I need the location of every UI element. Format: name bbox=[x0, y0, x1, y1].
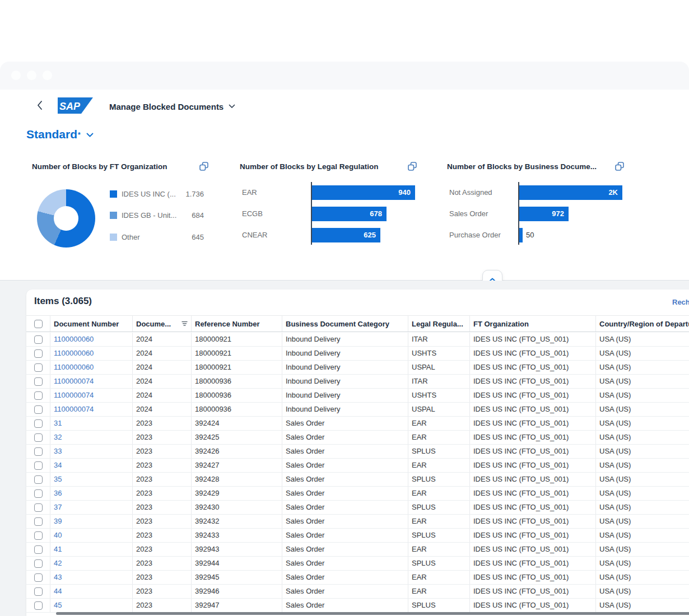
table-cell: SPLUS bbox=[408, 557, 470, 570]
row-checkbox[interactable] bbox=[34, 573, 43, 582]
document-number-link[interactable]: 43 bbox=[50, 571, 133, 584]
legend-item[interactable]: IDES US INC (...1.736 bbox=[110, 188, 204, 199]
row-checkbox[interactable] bbox=[34, 503, 43, 512]
column-header-country-region-of-departure[interactable]: Country/Region of Departure bbox=[596, 316, 689, 332]
variant-selector[interactable]: Standard* bbox=[26, 127, 94, 142]
table-row[interactable]: 11000000602024180000921Inbound DeliveryI… bbox=[26, 333, 689, 347]
column-header-legal-regula[interactable]: Legal Regula... bbox=[408, 316, 470, 332]
row-checkbox[interactable] bbox=[34, 489, 43, 498]
document-number-link[interactable]: 39 bbox=[50, 515, 133, 528]
column-header-ft-organization[interactable]: FT Organization bbox=[470, 316, 596, 332]
row-select-cell bbox=[26, 515, 50, 528]
document-number-link[interactable]: 1100000060 bbox=[50, 361, 133, 374]
table-cell: 2023 bbox=[133, 473, 192, 486]
table-row[interactable]: 362023392429Sales OrderEARIDES US INC (F… bbox=[26, 487, 689, 501]
table-row[interactable]: 372023392430Sales OrderSPLUSIDES US INC … bbox=[26, 501, 689, 515]
row-checkbox[interactable] bbox=[34, 433, 43, 442]
table-row[interactable]: 322023392425Sales OrderEARIDES US INC (F… bbox=[26, 431, 689, 445]
table-cell: Sales Order bbox=[282, 557, 408, 570]
duplicate-icon[interactable] bbox=[614, 161, 625, 171]
document-number-link[interactable]: 45 bbox=[50, 599, 133, 612]
app-title-menu[interactable]: Manage Blocked Documents bbox=[109, 100, 235, 113]
row-checkbox[interactable] bbox=[34, 377, 43, 386]
document-number-link[interactable]: 1100000074 bbox=[50, 403, 133, 416]
table-row[interactable]: 352023392428Sales OrderSPLUSIDES US INC … bbox=[26, 473, 689, 487]
recheck-button[interactable]: Recheck bbox=[672, 298, 689, 306]
chevron-down-icon bbox=[86, 133, 94, 138]
bar[interactable]: 2K bbox=[519, 185, 622, 200]
donut-chart[interactable] bbox=[37, 189, 95, 248]
table-cell: 2023 bbox=[133, 599, 192, 612]
column-header-label: Reference Number bbox=[195, 316, 278, 332]
document-number-link[interactable]: 1100000074 bbox=[50, 375, 133, 388]
document-number-link[interactable]: 37 bbox=[50, 501, 133, 514]
row-checkbox[interactable] bbox=[34, 601, 43, 610]
table-cell: Sales Order bbox=[282, 445, 408, 458]
table-row[interactable]: 412023392943Sales OrderEARIDES US INC (F… bbox=[26, 543, 689, 557]
row-checkbox[interactable] bbox=[34, 475, 43, 484]
row-checkbox[interactable] bbox=[34, 461, 43, 470]
row-checkbox[interactable] bbox=[34, 559, 43, 568]
table-row[interactable]: 452023392947Sales OrderSPLUSIDES US INC … bbox=[26, 599, 689, 613]
back-button[interactable] bbox=[34, 99, 47, 112]
window-control-dot bbox=[11, 71, 21, 80]
select-all-checkbox[interactable] bbox=[34, 320, 43, 328]
row-checkbox[interactable] bbox=[34, 405, 43, 414]
table-row[interactable]: 11000000602024180000921Inbound DeliveryU… bbox=[26, 347, 689, 361]
horizontal-scrollbar-thumb[interactable] bbox=[56, 612, 689, 615]
document-number-link[interactable]: 32 bbox=[50, 431, 133, 444]
legend-item[interactable]: IDES GB - Unit...684 bbox=[110, 209, 204, 221]
column-header-label: Legal Regula... bbox=[412, 316, 466, 332]
table-cell: IDES US INC (FTO_US_001) bbox=[470, 347, 596, 360]
row-select-cell bbox=[26, 389, 50, 402]
legend-item[interactable]: Other645 bbox=[110, 231, 204, 242]
duplicate-icon[interactable] bbox=[199, 161, 209, 171]
table-row[interactable]: 11000000742024180000936Inbound DeliveryU… bbox=[26, 403, 689, 417]
card-blocks-by-ft-organization: Number of Blocks by FT Organization IDES… bbox=[32, 162, 209, 255]
table-row[interactable]: 332023392426Sales OrderSPLUSIDES US INC … bbox=[26, 445, 689, 459]
bar[interactable]: 678 bbox=[312, 207, 387, 221]
row-checkbox[interactable] bbox=[34, 391, 43, 400]
document-number-link[interactable]: 42 bbox=[50, 557, 133, 570]
table-row[interactable]: 11000000742024180000936Inbound DeliveryI… bbox=[26, 375, 689, 389]
row-checkbox[interactable] bbox=[34, 587, 43, 596]
document-number-link[interactable]: 31 bbox=[50, 417, 133, 430]
column-header-docume[interactable]: Docume... bbox=[133, 316, 192, 332]
row-checkbox[interactable] bbox=[34, 349, 43, 358]
table-row[interactable]: 422023392944Sales OrderSPLUSIDES US INC … bbox=[26, 557, 689, 571]
row-checkbox[interactable] bbox=[34, 531, 43, 540]
document-number-link[interactable]: 35 bbox=[50, 473, 133, 486]
bar[interactable]: 625 bbox=[312, 228, 380, 242]
table-row[interactable]: 402023392433Sales OrderSPLUSIDES US INC … bbox=[26, 529, 689, 543]
document-number-link[interactable]: 1100000060 bbox=[50, 347, 133, 360]
document-number-link[interactable]: 36 bbox=[50, 487, 133, 500]
table-row[interactable]: 312023392424Sales OrderEARIDES US INC (F… bbox=[26, 417, 689, 431]
bar[interactable]: 940 bbox=[312, 185, 415, 200]
row-checkbox[interactable] bbox=[34, 335, 43, 344]
row-checkbox[interactable] bbox=[34, 545, 43, 554]
column-header-document-number[interactable]: Document Number bbox=[50, 316, 133, 332]
table-row[interactable]: 432023392945Sales OrderEARIDES US INC (F… bbox=[26, 571, 689, 585]
document-number-link[interactable]: 34 bbox=[50, 459, 133, 472]
document-number-link[interactable]: 1100000074 bbox=[50, 389, 133, 402]
document-number-link[interactable]: 41 bbox=[50, 543, 133, 556]
table-row[interactable]: 442023392946Sales OrderEARIDES US INC (F… bbox=[26, 585, 689, 599]
table-row[interactable]: 11000000742024180000936Inbound DeliveryU… bbox=[26, 389, 689, 403]
document-number-link[interactable]: 1100000060 bbox=[50, 333, 133, 346]
table-cell: Sales Order bbox=[282, 487, 408, 500]
bar[interactable] bbox=[519, 228, 523, 242]
table-row[interactable]: 392023392432Sales OrderEARIDES US INC (F… bbox=[26, 515, 689, 529]
duplicate-icon[interactable] bbox=[407, 161, 417, 171]
document-number-link[interactable]: 44 bbox=[50, 585, 133, 598]
table-row[interactable]: 11000000602024180000921Inbound DeliveryU… bbox=[26, 361, 689, 375]
bar[interactable]: 972 bbox=[519, 207, 569, 221]
table-row[interactable]: 342023392427Sales OrderEARIDES US INC (F… bbox=[26, 459, 689, 473]
row-checkbox[interactable] bbox=[34, 419, 43, 428]
row-checkbox[interactable] bbox=[34, 447, 43, 456]
document-number-link[interactable]: 33 bbox=[50, 445, 133, 458]
row-checkbox[interactable] bbox=[34, 517, 43, 526]
column-header-business-document-category[interactable]: Business Document Category bbox=[282, 316, 408, 332]
column-header-reference-number[interactable]: Reference Number bbox=[192, 316, 282, 332]
document-number-link[interactable]: 40 bbox=[50, 529, 133, 542]
row-checkbox[interactable] bbox=[34, 363, 43, 372]
